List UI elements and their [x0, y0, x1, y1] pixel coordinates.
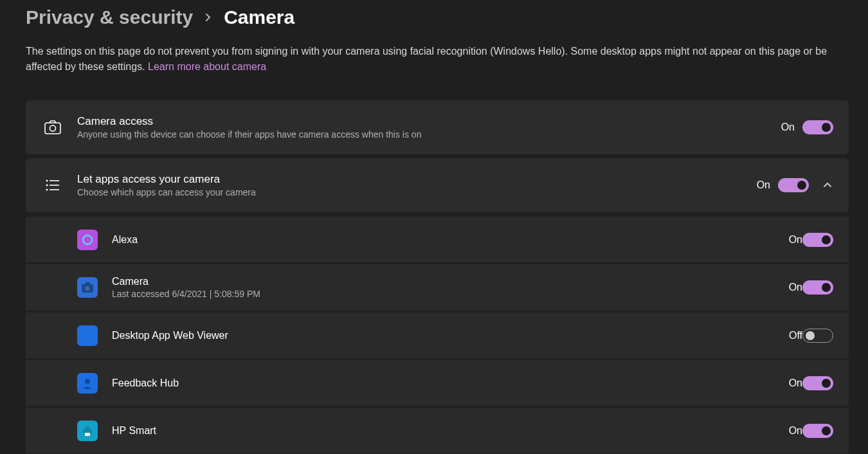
app-state: On: [789, 377, 802, 389]
app-name: Alexa: [112, 234, 789, 246]
breadcrumb: Privacy & security Camera: [26, 6, 849, 28]
app-icon: [77, 230, 98, 250]
app-name: Camera: [112, 276, 789, 287]
camera-icon: [41, 120, 64, 134]
apps-access-toggle[interactable]: [778, 178, 809, 192]
svg-point-12: [85, 379, 90, 384]
app-toggle[interactable]: [802, 233, 833, 247]
app-name: Desktop App Web Viewer: [112, 330, 789, 341]
list-icon: [41, 179, 64, 192]
svg-rect-14: [85, 426, 90, 430]
app-row: Camera Last accessed 6/4/2021 | 5:08:59 …: [26, 264, 849, 311]
svg-point-8: [83, 235, 92, 244]
camera-access-toggle[interactable]: [802, 120, 833, 134]
learn-more-link[interactable]: Learn more about camera: [148, 61, 266, 72]
camera-access-card: Camera access Anyone using this device c…: [26, 100, 849, 154]
app-row: Feedback Hub On: [26, 359, 849, 406]
svg-point-10: [86, 286, 90, 291]
app-icon: [77, 277, 98, 298]
svg-point-1: [50, 125, 56, 131]
app-icon: [77, 325, 98, 346]
apps-access-subtitle: Choose which apps can access your camera: [77, 187, 757, 197]
svg-point-2: [46, 180, 48, 182]
camera-access-title: Camera access: [77, 115, 781, 128]
svg-rect-15: [85, 433, 90, 436]
app-toggle[interactable]: [802, 329, 833, 343]
svg-rect-0: [45, 123, 60, 134]
app-row: Alexa On: [26, 216, 849, 262]
breadcrumb-current: Camera: [224, 6, 294, 28]
app-toggle[interactable]: [802, 376, 833, 390]
app-name: HP Smart: [112, 425, 789, 437]
camera-access-subtitle: Anyone using this device can choose if t…: [77, 129, 781, 140]
app-name: Feedback Hub: [112, 377, 789, 389]
app-row: HP Smart On: [26, 407, 849, 453]
apps-access-state: On: [757, 179, 770, 191]
app-icon: [77, 373, 98, 394]
app-toggle[interactable]: [802, 280, 833, 295]
app-list: Alexa On Camera Last accessed 6/4/2021 |…: [26, 216, 849, 453]
chevron-up-icon[interactable]: [823, 182, 833, 188]
svg-rect-11: [85, 282, 90, 285]
apps-access-title: Let apps access your camera: [77, 173, 757, 186]
svg-point-6: [46, 189, 48, 191]
page-intro: The settings on this page do not prevent…: [26, 44, 836, 75]
chevron-right-icon: [204, 14, 212, 21]
svg-point-4: [46, 185, 48, 186]
app-state: On: [789, 282, 802, 293]
app-row: Desktop App Web Viewer Off: [26, 312, 849, 358]
apps-access-card[interactable]: Let apps access your camera Choose which…: [26, 158, 849, 212]
camera-access-state: On: [781, 122, 795, 133]
app-state: On: [789, 234, 802, 246]
app-state: On: [789, 425, 802, 437]
app-subtitle: Last accessed 6/4/2021 | 5:08:59 PM: [112, 289, 789, 299]
breadcrumb-parent[interactable]: Privacy & security: [26, 6, 193, 28]
app-state: Off: [789, 330, 802, 341]
app-icon: [77, 421, 98, 441]
app-toggle[interactable]: [802, 424, 833, 438]
intro-text: The settings on this page do not prevent…: [26, 46, 827, 72]
